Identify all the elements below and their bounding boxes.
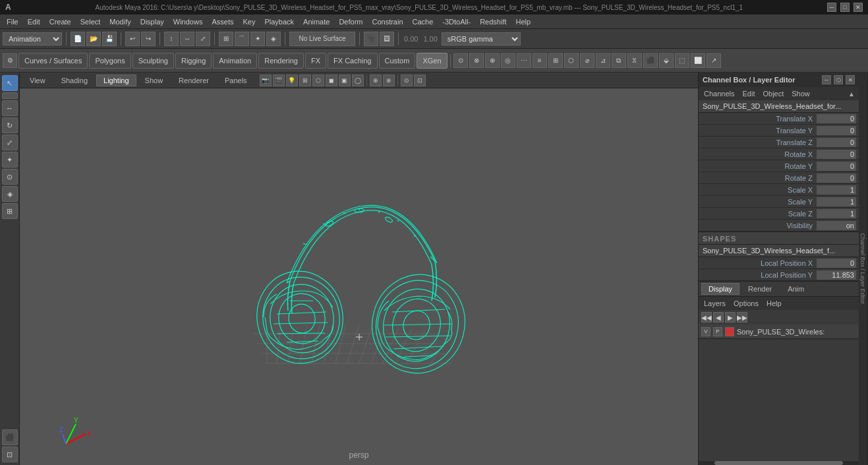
- shelf-icon-1[interactable]: ⊙: [453, 53, 468, 68]
- shelf-icon-11[interactable]: ⧉: [612, 53, 626, 68]
- menu-item-constrain[interactable]: Constrain: [368, 16, 407, 27]
- menu-item-create[interactable]: Create: [45, 16, 75, 27]
- menu-item-modify[interactable]: Modify: [105, 16, 134, 27]
- menu-item--3dtoall-[interactable]: -3DtoAll-: [438, 16, 475, 27]
- channel-row[interactable]: Rotate X0: [699, 148, 859, 160]
- channel-row[interactable]: Scale X1: [699, 184, 859, 196]
- vp-shaded-btn[interactable]: ◼: [326, 75, 337, 86]
- shelf-tab-custom[interactable]: Custom: [379, 53, 416, 69]
- menu-item-deform[interactable]: Deform: [335, 16, 366, 27]
- channel-row[interactable]: Translate Z0: [699, 137, 859, 148]
- renderer-menu[interactable]: Renderer: [171, 75, 216, 86]
- channel-value[interactable]: 0: [817, 150, 856, 159]
- rotate-tool-button[interactable]: ↔: [180, 32, 194, 46]
- shelf-icon-3[interactable]: ⊕: [485, 53, 500, 68]
- shelf-settings-button[interactable]: ⚙: [3, 53, 17, 68]
- layer-menu-item[interactable]: Layers: [701, 299, 728, 307]
- paint-tool-button[interactable]: [2, 92, 18, 99]
- shelf-icon-14[interactable]: ⬙: [659, 53, 674, 68]
- vp-aa-btn[interactable]: ⊡: [414, 75, 426, 86]
- shelf-tab-animation[interactable]: Animation: [213, 53, 257, 69]
- channel-row[interactable]: Scale Y1: [699, 196, 859, 208]
- cb-float-btn[interactable]: ⬡: [834, 75, 843, 84]
- shelf-icon-15[interactable]: ⬚: [675, 53, 689, 68]
- shelf-tab-fx-caching[interactable]: FX Caching: [328, 53, 377, 69]
- vp-textured-btn[interactable]: ▣: [339, 75, 351, 86]
- edit-menu[interactable]: Edit: [739, 90, 757, 98]
- animation-mode-dropdown[interactable]: Animation: [3, 32, 62, 46]
- color-space-dropdown[interactable]: sRGB gamma: [442, 32, 521, 46]
- layers-scrollbar[interactable]: [699, 461, 859, 465]
- display-tab-display[interactable]: Display: [701, 283, 739, 295]
- shelf-tab-xgen[interactable]: XGen: [417, 53, 447, 69]
- shelf-tab-rigging[interactable]: Rigging: [175, 53, 212, 69]
- vp-smooth-btn[interactable]: ◯: [352, 75, 364, 86]
- vp-film-btn[interactable]: 🎬: [273, 75, 285, 86]
- shelf-icon-10[interactable]: ⊿: [596, 53, 610, 68]
- shelf-icon-8[interactable]: ⬡: [564, 53, 579, 68]
- channel-value[interactable]: 1: [817, 197, 856, 206]
- channels-menu[interactable]: Channels: [701, 90, 737, 98]
- move-tool-btn[interactable]: ↔: [2, 100, 18, 116]
- menu-item-edit[interactable]: Edit: [24, 16, 44, 27]
- channel-row[interactable]: Scale Z1: [699, 208, 859, 220]
- shelf-tab-sculpting[interactable]: Sculpting: [132, 53, 174, 69]
- object-menu[interactable]: Object: [760, 90, 786, 98]
- menu-item-select[interactable]: Select: [76, 16, 105, 27]
- sculpt-btn[interactable]: ◈: [2, 186, 18, 202]
- cb-close-btn[interactable]: ✕: [846, 75, 855, 84]
- channel-value[interactable]: 1: [817, 209, 856, 218]
- redo-button[interactable]: ↪: [141, 32, 156, 46]
- channel-value[interactable]: 0: [817, 114, 856, 123]
- layer-scroll-btn[interactable]: ◀: [713, 312, 724, 323]
- shape-channel-value[interactable]: 0: [817, 259, 856, 268]
- vp-resolution-btn[interactable]: ⊙: [401, 75, 413, 86]
- shelf-icon-16[interactable]: ⬜: [691, 53, 705, 68]
- vp-grid-btn[interactable]: ⊞: [299, 75, 311, 86]
- menu-item-windows[interactable]: Windows: [169, 16, 207, 27]
- soft-mod-btn[interactable]: ⊙: [2, 169, 18, 185]
- shelf-icon-2[interactable]: ⊗: [469, 53, 484, 68]
- shelf-icon-17[interactable]: ↗: [707, 53, 721, 68]
- shelf-icon-12[interactable]: ⧖: [627, 53, 642, 68]
- layer-scroll-btn[interactable]: ▶: [725, 312, 736, 323]
- channel-value[interactable]: on: [817, 221, 856, 230]
- scale-tool-button[interactable]: ⤢: [196, 32, 210, 46]
- snap-curve-button[interactable]: ⌒: [235, 32, 249, 46]
- minimize-button[interactable]: ─: [827, 3, 836, 12]
- menu-item-help[interactable]: Help: [512, 16, 535, 27]
- close-button[interactable]: ✕: [854, 3, 863, 12]
- move-tool-button[interactable]: ↕: [164, 32, 179, 46]
- shelf-tab-rendering[interactable]: Rendering: [258, 53, 304, 69]
- layer-scroll-btn[interactable]: ◀◀: [701, 312, 712, 323]
- display-tab-anim[interactable]: Anim: [780, 283, 811, 295]
- show-menu[interactable]: Show: [138, 75, 171, 86]
- live-surface-button[interactable]: No Live Surface: [289, 32, 355, 46]
- menu-item-key[interactable]: Key: [239, 16, 259, 27]
- scale-tool-btn[interactable]: ⤢: [2, 135, 18, 150]
- layer-menu-item[interactable]: Options: [731, 299, 761, 307]
- shelf-icon-7[interactable]: ⊞: [548, 53, 563, 68]
- menu-item-assets[interactable]: Assets: [208, 16, 237, 27]
- select-tool-button[interactable]: ↖: [2, 75, 18, 91]
- channel-row[interactable]: Translate X0: [699, 113, 859, 125]
- channel-row[interactable]: Rotate Y0: [699, 160, 859, 172]
- shelf-icon-4[interactable]: ◎: [501, 53, 515, 68]
- channel-row[interactable]: Translate Y0: [699, 125, 859, 137]
- snap-surface-button[interactable]: ◈: [266, 32, 281, 46]
- menu-item-playback[interactable]: Playback: [260, 16, 298, 27]
- render-button[interactable]: 🖼: [380, 32, 394, 46]
- channel-value[interactable]: 1: [817, 185, 856, 195]
- show-manip-btn[interactable]: ⊞: [2, 203, 18, 219]
- shape-channel-value[interactable]: 11.853: [817, 270, 856, 280]
- shelf-icon-6[interactable]: ≡: [533, 53, 547, 68]
- snap-point-button[interactable]: ✦: [250, 32, 265, 46]
- channel-row[interactable]: Rotate Z0: [699, 172, 859, 184]
- channel-row[interactable]: Visibilityon: [699, 220, 859, 232]
- undo-button[interactable]: ↩: [125, 32, 140, 46]
- new-file-button[interactable]: 📄: [71, 32, 85, 46]
- view-menu[interactable]: View: [22, 75, 53, 86]
- lighting-menu[interactable]: Lighting: [96, 75, 136, 86]
- vp-light-btn[interactable]: 💡: [286, 75, 298, 86]
- cb-minimize-btn[interactable]: ─: [822, 75, 831, 84]
